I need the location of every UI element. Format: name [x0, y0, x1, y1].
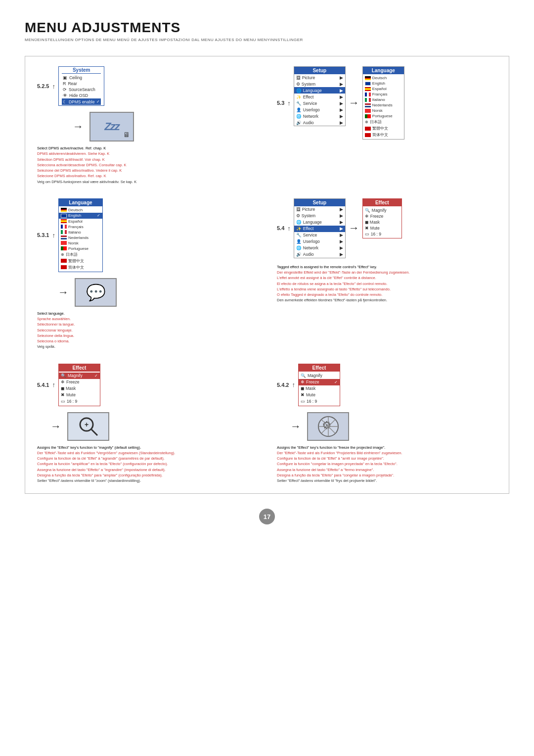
page-title: MENU ADJUSTMENTS [25, 20, 509, 36]
lang-es: Español [363, 86, 404, 92]
lang-nl: Nederlands [363, 102, 404, 108]
setup-network: 🌐Network▶ [294, 113, 345, 119]
section-531-number: 5.3.1 [37, 232, 49, 238]
effect-freeze-54: ❄Freeze [363, 213, 401, 219]
s54-effect-active[interactable]: ✨Effect▶ [294, 226, 345, 232]
page-wrapper: MENU ADJUSTMENTS MENÜEINSTELLUNGEN OPTIO… [0, 0, 534, 756]
lang531-zt: 繁體中文 [59, 258, 102, 264]
lang-de: Deutsch [363, 75, 404, 81]
menu-item-rear: R Rear [62, 81, 101, 87]
lang-fr: Français [363, 92, 404, 97]
lang531-es: Español [59, 219, 102, 224]
section-541-number: 5.4.1 [37, 382, 49, 388]
section-54-number: 5.4 [277, 225, 284, 231]
monitor-preview: 🖥 [123, 131, 130, 139]
effect-mute-541: ✖Mute [59, 392, 100, 398]
lang-it: Italiano [363, 97, 404, 102]
lang-title-531: Language [59, 199, 102, 206]
s54-language: 🌐Language▶ [294, 219, 345, 226]
effect-title-54: Effect [363, 199, 401, 206]
setup-language-active[interactable]: 🌐Language▶ [294, 87, 345, 94]
lang531-zs: 简体中文 [59, 264, 102, 271]
menu-item-ceiling: ▣ Ceiling [62, 75, 101, 81]
effect-169-541: ▭16 : 9 [59, 398, 100, 405]
lang531-nl: Nederlands [59, 235, 102, 240]
back-arrow-54: ↑ [287, 225, 291, 232]
menu-item-sourcesearch: ⟳ SourceSearch [62, 87, 101, 93]
effect-freeze-541: ❄Freeze [59, 379, 100, 385]
section-53-number: 5.3 [277, 100, 284, 106]
lang-zs: 简体中文 [363, 132, 404, 138]
effect-magnify-542: 🔍Magnify [299, 373, 340, 379]
setup-userlogo: 👤Userlogo▶ [294, 106, 345, 113]
section-542-number: 5.4.2 [277, 382, 289, 388]
effect-mask-541: ◼Mask [59, 385, 100, 392]
back-arrow-525: ↑ [52, 83, 55, 90]
effect-freeze-542-active[interactable]: ❄Freeze✓ [299, 379, 340, 385]
arrow-53: → [349, 96, 359, 109]
lang531-no: Norsk [59, 240, 102, 246]
preview-531: 💬 [75, 278, 117, 307]
lang-zt: 繁體中文 [363, 125, 404, 132]
lang531-en-active[interactable]: English✓ [59, 213, 102, 219]
section-525-content: → Zzz 🖥 [37, 112, 257, 142]
back-arrow-531: ↑ [52, 232, 55, 239]
arrow-54: → [349, 222, 359, 235]
setup-picture: 🖼Picture▶ [294, 74, 345, 81]
section-531-content: → 💬 [37, 278, 257, 307]
section-541: 5.4.1 ↑ Effect 🔍Magnify✓ ❄Freeze ◼Mask ✖… [37, 364, 257, 484]
effect-mask-54: ◼Mask [363, 219, 401, 225]
svg-text:+: + [85, 421, 89, 428]
section-525-menu-title: System [62, 67, 101, 74]
section-542-content: → ⚙ [277, 412, 497, 441]
section-531-desc: Select language. Sprache auswählen. Séle… [37, 311, 257, 350]
lang531-jp: ⊕日本語 [59, 251, 102, 258]
section-54-desc: Tagged effect is assigned to the remote … [277, 264, 497, 303]
setup-system: ⚙System▶ [294, 81, 345, 87]
menu-item-hideosd: 👁 Hide OSD [62, 93, 101, 98]
effect-mute-54: ✖Mute [363, 225, 401, 231]
svg-line-2 [91, 429, 97, 435]
freeze-svg: ⚙ [316, 414, 341, 439]
magnify-svg: + [78, 416, 99, 437]
setup-audio: 🔊Audio▶ [294, 119, 345, 126]
s54-network: 🌐Network▶ [294, 245, 345, 251]
section-542: 5.4.2 ↑ Effect 🔍Magnify ❄Freeze✓ ◼Mask ✖… [277, 364, 497, 484]
arrow-531: → [58, 286, 69, 299]
s54-audio: 🔊Audio▶ [294, 251, 345, 258]
setup-effect: ✨Effect▶ [294, 94, 345, 100]
speech-preview: 💬 [86, 283, 106, 302]
section-542-desc: Assigns the "Effect" key's function to "… [277, 445, 497, 484]
lang-no: Norsk [363, 108, 404, 113]
arrow-542: → [290, 420, 301, 433]
effect-169-542: ▭16 : 9 [299, 398, 340, 405]
preview-542: ⚙ [307, 412, 349, 441]
section-541-content: → + [37, 412, 257, 441]
effect-mask-542: ◼Mask [299, 385, 340, 392]
arrow-541: → [50, 420, 61, 433]
s54-userlogo: 👤Userlogo▶ [294, 238, 345, 245]
menu-item-dpms[interactable]: ☾ DPMS enable ✓ [62, 98, 101, 105]
arrow-525: → [73, 120, 84, 133]
s54-picture: 🖼Picture▶ [294, 206, 345, 213]
section-531: 5.3.1 ↑ Language Deutsch English✓ Españo… [37, 198, 257, 350]
effect-mute-542: ✖Mute [299, 392, 340, 398]
lang-en: English [363, 81, 404, 86]
section-525: 5.2.5 ↑ System ▣ Ceiling R Rear [37, 66, 257, 185]
section-54: 5.4 ↑ Setup 🖼Picture▶ ⚙System▶ 🌐Language… [277, 198, 497, 350]
section-525-desc: Select DPMS active/inactive. Ref. chap. … [37, 145, 257, 185]
lang-jp: ⊕日本語 [363, 119, 404, 125]
effect-169-54: ▭16 : 9 [363, 231, 401, 237]
setup-title-53: Setup [294, 67, 345, 74]
effect-magnify-541-active[interactable]: 🔍Magnify✓ [59, 373, 100, 379]
setup-title-54: Setup [294, 199, 345, 206]
effect-title-541: Effect [59, 364, 100, 372]
s54-service: 🔧Service▶ [294, 232, 345, 238]
lang531-fr: Français [59, 224, 102, 230]
section-525-number: 5.2.5 [37, 83, 49, 89]
lang-title-53: Language [363, 67, 404, 74]
zzz-preview: Zzz [104, 120, 119, 133]
lang531-de: Deutsch [59, 207, 102, 213]
back-arrow-542: ↑ [292, 381, 295, 388]
page-subtitle: MENÜEINSTELLUNGEN OPTIONS DE MENU MENÚ D… [25, 38, 509, 42]
